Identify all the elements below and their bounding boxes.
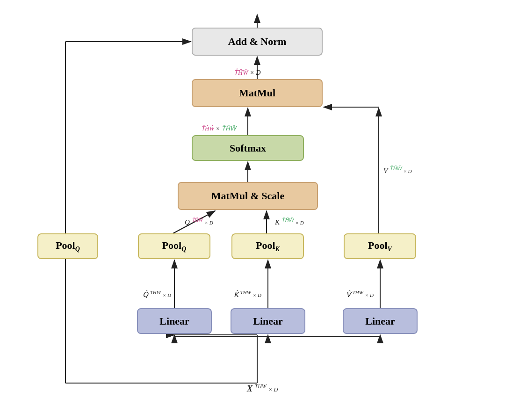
linear-q-box: Linear (137, 308, 212, 334)
matmul-top-box: MatMul (192, 79, 323, 107)
vhat-label: V̂ THW × D (346, 290, 374, 299)
pool-v-label: PoolV (368, 239, 392, 253)
linear-k-label: Linear (253, 315, 283, 327)
khat-label: K̂ THW × D (234, 290, 261, 299)
qhat-label: Q̂ THW × D (143, 290, 171, 299)
pool-k-box: PoolK (231, 233, 304, 259)
q-arrow-label: Q T̂ĤŴ × D (185, 217, 213, 226)
x-label: X THW × D (247, 383, 278, 394)
matmul-scale-box: MatMul & Scale (178, 182, 318, 210)
add-norm-box: Add & Norm (192, 28, 323, 56)
softmax-box: Softmax (192, 135, 304, 161)
add-norm-label: Add & Norm (228, 36, 287, 48)
matmul-top-dim-label: T̂ĤŴ × D (234, 69, 260, 77)
pool-k-label: PoolK (256, 239, 280, 253)
matmul-scale-label: MatMul & Scale (211, 190, 284, 202)
pool-q-left-label: PoolQ (56, 239, 80, 253)
pool-q-left-box: PoolQ (37, 233, 98, 259)
v-arrow-label: V T̃H̃W̃ × D (383, 166, 412, 175)
pool-q-label: PoolQ (162, 239, 187, 253)
linear-k-box: Linear (231, 308, 305, 334)
k-arrow-label: K T̃H̃W̃ × D (275, 217, 304, 226)
matmul-top-label: MatMul (239, 87, 275, 99)
softmax-label: Softmax (230, 142, 266, 154)
linear-q-label: Linear (159, 315, 189, 327)
linear-v-label: Linear (365, 315, 395, 327)
softmax-dim-label: T̂ĤŴ × T̃H̃W̃ (201, 125, 236, 132)
diagram: Add & Norm MatMul T̂ĤŴ × D Softmax T̂ĤŴ … (19, 9, 486, 411)
pool-v-box: PoolV (344, 233, 416, 259)
pool-q-box: PoolQ (138, 233, 210, 259)
linear-v-box: Linear (343, 308, 418, 334)
